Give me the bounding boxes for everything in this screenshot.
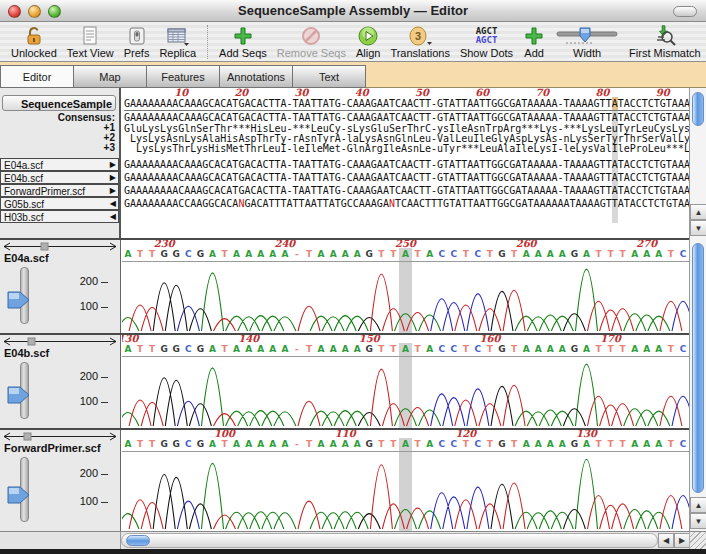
base-call-letter: A — [231, 439, 243, 451]
scroll-up-button[interactable]: ▲ — [690, 204, 706, 220]
base-call-letter: T — [303, 344, 315, 356]
read-label-forwardprimer[interactable]: ForwardPrimer.scf▶ — [0, 184, 119, 197]
tab-editor[interactable]: Editor — [0, 65, 74, 88]
traces-vertical-scrollbar[interactable]: ▲ ▼ — [689, 238, 706, 531]
unlocked-button[interactable]: Unlocked — [11, 23, 57, 59]
read-label-g05b[interactable]: G05b.scf◀ — [0, 197, 119, 210]
base-call-letter: A — [267, 439, 279, 451]
base-call-letter: C — [436, 439, 448, 451]
base-call-letter: T — [665, 439, 677, 451]
trace-name: E04b.scf — [4, 347, 49, 359]
scale-slider-thumb[interactable] — [7, 486, 31, 504]
show-dots-button[interactable]: AGCT AGCT Show Dots — [460, 23, 513, 59]
chromatogram-trace — [122, 263, 689, 333]
first-mismatch-button[interactable]: First Mismatch — [629, 23, 701, 59]
trace-range-indicator[interactable] — [1, 431, 119, 442]
base-call-letter: A — [339, 249, 351, 261]
add-button[interactable]: Add — [523, 23, 545, 59]
trace-ruler-number: 160 — [478, 335, 502, 344]
alignment-ruler-number: 10 — [172, 88, 190, 98]
tab-map[interactable]: Map — [73, 65, 147, 88]
resize-grip[interactable] — [689, 532, 706, 549]
tab-features[interactable]: Features — [146, 65, 220, 88]
scroll-right-button[interactable]: ▶ — [674, 533, 690, 548]
window-bottom-edge — [0, 549, 706, 554]
base-call-letter: A — [339, 439, 351, 451]
scale-slider-thumb[interactable] — [7, 386, 31, 404]
horizontal-scrollbar[interactable]: ◀ ▶ — [0, 531, 706, 549]
sample-name-button[interactable]: SequenceSample — [2, 95, 116, 111]
alignment-ruler-number: 60 — [473, 88, 491, 98]
trace-ruler-number: 170 — [599, 335, 623, 344]
base-call-letter: G — [194, 344, 206, 356]
base-call-letter: T — [303, 249, 315, 261]
base-call-letter: A — [424, 439, 436, 451]
read-label-e04a[interactable]: E04a.scf▶ — [0, 158, 119, 171]
sequence-divider — [124, 110, 690, 111]
read-sequence-row: GAAAAAAAACAAAGCACATGACACTTA-TAATTATG-CAA… — [124, 185, 690, 196]
base-call-letter: A — [629, 249, 641, 261]
base-call-letter: - — [291, 439, 303, 451]
base-call-letter: T — [146, 344, 158, 356]
text-view-button[interactable]: Text View — [67, 23, 114, 59]
align-button[interactable]: Align — [356, 23, 380, 59]
trace-ruler-number: 130 — [122, 335, 140, 344]
trace-range-indicator[interactable] — [1, 336, 119, 347]
remove-seqs-button[interactable]: Remove Seqs — [277, 23, 346, 59]
replica-button[interactable]: Replica — [159, 23, 196, 59]
translation-frame-row: LysLysThrLysHisMetThrLeuI-leIleMet-GlnAr… — [124, 143, 690, 154]
base-call-letter: A — [641, 344, 653, 356]
toolbar-toggle-button[interactable] — [673, 6, 697, 17]
base-call-letter: T — [219, 439, 231, 451]
horizontal-scrollbar-thumb[interactable] — [126, 535, 150, 546]
base-call-letter: A — [351, 249, 363, 261]
base-call-letter: A — [532, 344, 544, 356]
prefs-button[interactable]: Prefs — [124, 23, 150, 59]
title-bar: SequenceSample Assembly — Editor — [0, 0, 706, 22]
tab-annotations[interactable]: Annotations — [219, 65, 293, 88]
horizontal-scrollbar-track[interactable] — [121, 533, 658, 548]
base-call-letter: C — [448, 439, 460, 451]
scale-slider-thumb[interactable] — [7, 291, 31, 309]
read-label-h03b[interactable]: H03b.scf◀ — [0, 210, 119, 223]
base-call-letter: A — [267, 344, 279, 356]
base-call-letter: G — [194, 249, 206, 261]
scroll-left-button[interactable]: ◀ — [658, 533, 674, 548]
read-label-e04b[interactable]: E04b.scf▶ — [0, 171, 119, 184]
base-call-letter: T — [592, 249, 604, 261]
base-call-letter: C — [677, 439, 689, 451]
tab-text[interactable]: Text — [292, 65, 366, 88]
base-call-letter: T — [303, 439, 315, 451]
scroll-down-button[interactable]: ▼ — [690, 220, 706, 236]
base-call-letter: G — [158, 439, 170, 451]
slider-icon — [555, 24, 619, 47]
alignment-scrollbar-thumb[interactable] — [692, 92, 704, 126]
base-call-letter: A — [315, 439, 327, 451]
scroll-up-button[interactable]: ▲ — [690, 497, 706, 513]
base-call-letter: T — [460, 249, 472, 261]
base-call-letter: T — [617, 439, 629, 451]
base-call-letter: - — [291, 249, 303, 261]
traces-scrollbar-thumb[interactable] — [692, 243, 704, 493]
base-call-letter: A — [206, 249, 218, 261]
alignment-label-column: SequenceSample Consensus: +1 +2 +3 E04a.… — [0, 88, 121, 238]
trace-ruler-number: 140 — [237, 335, 261, 344]
base-call-letter: T — [460, 344, 472, 356]
alignment-vertical-scrollbar[interactable]: ▲ ▼ — [689, 88, 706, 238]
toolbar-separator — [207, 25, 208, 59]
base-call-letter: G — [568, 439, 580, 451]
base-call-letter: G — [363, 344, 375, 356]
base-call-letter: T — [375, 344, 387, 356]
base-call-letter: T — [508, 249, 520, 261]
base-call-letter: A — [231, 344, 243, 356]
base-call-letter: A — [279, 439, 291, 451]
scroll-down-button[interactable]: ▼ — [690, 513, 706, 529]
base-call-letter: T — [460, 439, 472, 451]
translations-button[interactable]: 3 Translations — [390, 23, 450, 59]
base-call-letter: A — [243, 249, 255, 261]
add-seqs-button[interactable]: Add Seqs — [219, 23, 267, 59]
width-slider[interactable]: Width — [555, 23, 619, 59]
trace-range-indicator[interactable] — [1, 241, 119, 252]
trace-ruler-number: 240 — [273, 240, 297, 249]
read-sequence-row: GAAAAAAAACCAAGGCACANGACATTTATTAATTATGCCA… — [124, 198, 690, 209]
